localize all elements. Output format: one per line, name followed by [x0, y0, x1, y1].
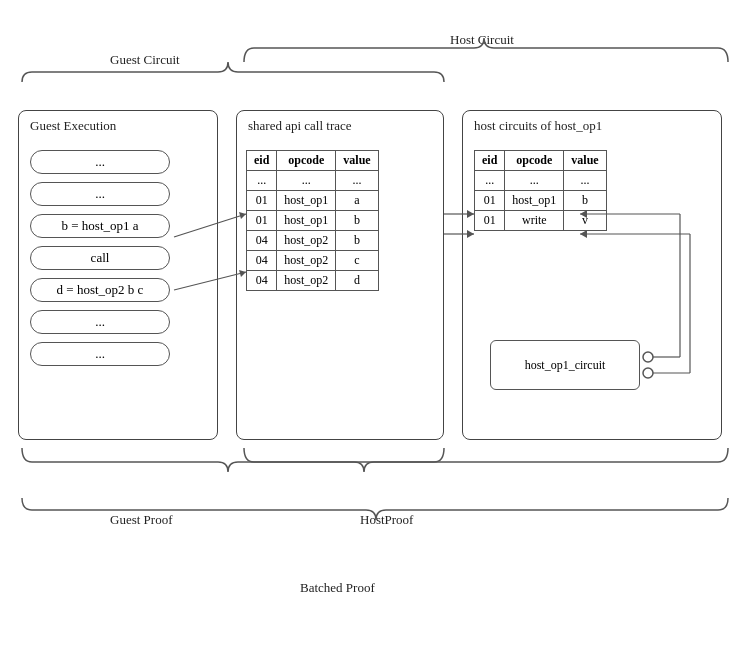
- circuit-box-label: host_op1_circuit: [525, 358, 606, 373]
- api-trace-title: shared api call trace: [248, 118, 352, 134]
- host-row-0: ... ... ...: [475, 171, 607, 191]
- exec-item-2: b = host_op1 a: [30, 214, 170, 238]
- exec-item-5: ...: [30, 310, 170, 334]
- guest-proof-label: Guest Proof: [110, 512, 172, 528]
- host-col-eid: eid: [475, 151, 505, 171]
- batched-proof-label: Batched Proof: [300, 580, 375, 596]
- host-table: eid opcode value ... ... ... 01 host_op1…: [474, 150, 607, 231]
- exec-items-list: ... ... b = host_op1 a call d = host_op2…: [30, 150, 170, 366]
- host-circuit-label: Host Circuit: [450, 32, 514, 48]
- api-col-opcode: opcode: [277, 151, 336, 171]
- api-row-1: 01 host_op1 a: [247, 191, 379, 211]
- circuit-box: host_op1_circuit: [490, 340, 640, 390]
- api-table: eid opcode value ... ... ... 01 host_op1…: [246, 150, 379, 291]
- api-row-4: 04 host_op2 c: [247, 251, 379, 271]
- exec-item-6: ...: [30, 342, 170, 366]
- exec-item-1: ...: [30, 182, 170, 206]
- host-circuits-title: host circuits of host_op1: [474, 118, 602, 134]
- host-row-2: 01 write v: [475, 211, 607, 231]
- api-col-value: value: [336, 151, 378, 171]
- exec-item-0: ...: [30, 150, 170, 174]
- host-col-opcode: opcode: [505, 151, 564, 171]
- host-proof-label: HostProof: [360, 512, 413, 528]
- host-table-wrapper: eid opcode value ... ... ... 01 host_op1…: [474, 150, 607, 231]
- guest-circuit-label: Guest Circuit: [110, 52, 180, 68]
- api-row-3: 04 host_op2 b: [247, 231, 379, 251]
- api-row-5: 04 host_op2 d: [247, 271, 379, 291]
- guest-execution-title: Guest Execution: [30, 118, 116, 134]
- host-col-value: value: [564, 151, 606, 171]
- diagram: Guest Circuit Host Circuit Guest Executi…: [0, 0, 754, 662]
- exec-item-4: d = host_op2 b c: [30, 278, 170, 302]
- api-table-wrapper: eid opcode value ... ... ... 01 host_op1…: [246, 150, 379, 291]
- host-row-1: 01 host_op1 b: [475, 191, 607, 211]
- api-row-2: 01 host_op1 b: [247, 211, 379, 231]
- api-col-eid: eid: [247, 151, 277, 171]
- api-row-0: ... ... ...: [247, 171, 379, 191]
- exec-item-3: call: [30, 246, 170, 270]
